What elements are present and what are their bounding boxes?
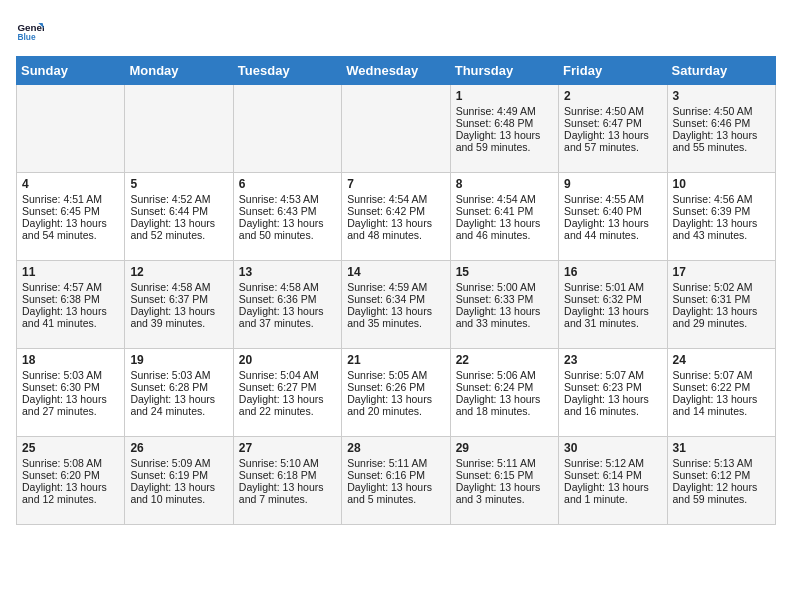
calendar-cell: 29Sunrise: 5:11 AMSunset: 6:15 PMDayligh… bbox=[450, 437, 558, 525]
day-info: and 59 minutes. bbox=[456, 141, 553, 153]
day-info: Sunrise: 5:01 AM bbox=[564, 281, 661, 293]
day-info: Daylight: 13 hours bbox=[130, 393, 227, 405]
day-number: 9 bbox=[564, 177, 661, 191]
day-info: Daylight: 13 hours bbox=[456, 393, 553, 405]
day-info: and 35 minutes. bbox=[347, 317, 444, 329]
weekday-header: Tuesday bbox=[233, 57, 341, 85]
day-info: and 39 minutes. bbox=[130, 317, 227, 329]
day-info: Daylight: 13 hours bbox=[673, 393, 770, 405]
day-info: Sunrise: 4:50 AM bbox=[673, 105, 770, 117]
weekday-header: Monday bbox=[125, 57, 233, 85]
day-info: and 57 minutes. bbox=[564, 141, 661, 153]
day-info: Sunset: 6:14 PM bbox=[564, 469, 661, 481]
calendar-cell: 22Sunrise: 5:06 AMSunset: 6:24 PMDayligh… bbox=[450, 349, 558, 437]
calendar-cell: 27Sunrise: 5:10 AMSunset: 6:18 PMDayligh… bbox=[233, 437, 341, 525]
day-info: and 54 minutes. bbox=[22, 229, 119, 241]
day-info: Sunrise: 4:59 AM bbox=[347, 281, 444, 293]
day-info: Sunset: 6:48 PM bbox=[456, 117, 553, 129]
day-info: Sunset: 6:47 PM bbox=[564, 117, 661, 129]
day-info: and 16 minutes. bbox=[564, 405, 661, 417]
day-info: Daylight: 13 hours bbox=[456, 217, 553, 229]
calendar-cell: 1Sunrise: 4:49 AMSunset: 6:48 PMDaylight… bbox=[450, 85, 558, 173]
day-info: Daylight: 13 hours bbox=[564, 481, 661, 493]
calendar-table: SundayMondayTuesdayWednesdayThursdayFrid… bbox=[16, 56, 776, 525]
day-info: Sunset: 6:45 PM bbox=[22, 205, 119, 217]
day-number: 5 bbox=[130, 177, 227, 191]
calendar-cell: 8Sunrise: 4:54 AMSunset: 6:41 PMDaylight… bbox=[450, 173, 558, 261]
calendar-cell: 4Sunrise: 4:51 AMSunset: 6:45 PMDaylight… bbox=[17, 173, 125, 261]
calendar-cell: 25Sunrise: 5:08 AMSunset: 6:20 PMDayligh… bbox=[17, 437, 125, 525]
day-info: Daylight: 13 hours bbox=[239, 217, 336, 229]
day-info: Daylight: 13 hours bbox=[347, 393, 444, 405]
day-info: Daylight: 13 hours bbox=[456, 305, 553, 317]
day-info: Sunset: 6:36 PM bbox=[239, 293, 336, 305]
day-number: 19 bbox=[130, 353, 227, 367]
calendar-cell bbox=[125, 85, 233, 173]
day-number: 25 bbox=[22, 441, 119, 455]
day-number: 21 bbox=[347, 353, 444, 367]
day-number: 17 bbox=[673, 265, 770, 279]
day-number: 23 bbox=[564, 353, 661, 367]
day-info: Sunset: 6:40 PM bbox=[564, 205, 661, 217]
day-info: Sunrise: 4:52 AM bbox=[130, 193, 227, 205]
calendar-cell bbox=[342, 85, 450, 173]
day-number: 20 bbox=[239, 353, 336, 367]
day-info: Sunset: 6:37 PM bbox=[130, 293, 227, 305]
day-info: Sunrise: 4:58 AM bbox=[239, 281, 336, 293]
day-info: Sunset: 6:18 PM bbox=[239, 469, 336, 481]
day-info: Sunrise: 5:00 AM bbox=[456, 281, 553, 293]
calendar-cell: 15Sunrise: 5:00 AMSunset: 6:33 PMDayligh… bbox=[450, 261, 558, 349]
day-info: and 18 minutes. bbox=[456, 405, 553, 417]
day-info: Sunset: 6:32 PM bbox=[564, 293, 661, 305]
day-number: 18 bbox=[22, 353, 119, 367]
day-info: Sunrise: 5:02 AM bbox=[673, 281, 770, 293]
day-info: and 50 minutes. bbox=[239, 229, 336, 241]
day-info: Daylight: 13 hours bbox=[22, 481, 119, 493]
day-info: Sunset: 6:39 PM bbox=[673, 205, 770, 217]
calendar-cell: 26Sunrise: 5:09 AMSunset: 6:19 PMDayligh… bbox=[125, 437, 233, 525]
calendar-cell: 31Sunrise: 5:13 AMSunset: 6:12 PMDayligh… bbox=[667, 437, 775, 525]
calendar-cell: 14Sunrise: 4:59 AMSunset: 6:34 PMDayligh… bbox=[342, 261, 450, 349]
day-info: Sunrise: 5:06 AM bbox=[456, 369, 553, 381]
day-info: and 10 minutes. bbox=[130, 493, 227, 505]
calendar-cell: 5Sunrise: 4:52 AMSunset: 6:44 PMDaylight… bbox=[125, 173, 233, 261]
day-info: Daylight: 13 hours bbox=[456, 129, 553, 141]
day-info: Daylight: 13 hours bbox=[564, 393, 661, 405]
calendar-cell: 24Sunrise: 5:07 AMSunset: 6:22 PMDayligh… bbox=[667, 349, 775, 437]
day-info: and 37 minutes. bbox=[239, 317, 336, 329]
day-info: Sunrise: 5:09 AM bbox=[130, 457, 227, 469]
day-info: Sunset: 6:19 PM bbox=[130, 469, 227, 481]
day-info: Sunrise: 5:07 AM bbox=[564, 369, 661, 381]
day-info: and 52 minutes. bbox=[130, 229, 227, 241]
day-info: and 48 minutes. bbox=[347, 229, 444, 241]
day-number: 27 bbox=[239, 441, 336, 455]
calendar-cell: 20Sunrise: 5:04 AMSunset: 6:27 PMDayligh… bbox=[233, 349, 341, 437]
day-info: Sunset: 6:23 PM bbox=[564, 381, 661, 393]
day-number: 13 bbox=[239, 265, 336, 279]
day-number: 30 bbox=[564, 441, 661, 455]
day-info: and 33 minutes. bbox=[456, 317, 553, 329]
day-info: Daylight: 13 hours bbox=[564, 305, 661, 317]
day-number: 7 bbox=[347, 177, 444, 191]
day-info: Sunset: 6:43 PM bbox=[239, 205, 336, 217]
day-info: Daylight: 13 hours bbox=[564, 217, 661, 229]
day-number: 3 bbox=[673, 89, 770, 103]
weekday-header: Wednesday bbox=[342, 57, 450, 85]
day-number: 10 bbox=[673, 177, 770, 191]
day-info: Sunrise: 5:11 AM bbox=[347, 457, 444, 469]
day-number: 12 bbox=[130, 265, 227, 279]
weekday-header: Thursday bbox=[450, 57, 558, 85]
weekday-header: Sunday bbox=[17, 57, 125, 85]
calendar-cell: 30Sunrise: 5:12 AMSunset: 6:14 PMDayligh… bbox=[559, 437, 667, 525]
day-number: 8 bbox=[456, 177, 553, 191]
day-info: Sunset: 6:44 PM bbox=[130, 205, 227, 217]
day-info: and 41 minutes. bbox=[22, 317, 119, 329]
day-info: Daylight: 12 hours bbox=[673, 481, 770, 493]
day-info: Daylight: 13 hours bbox=[673, 305, 770, 317]
day-info: Daylight: 13 hours bbox=[564, 129, 661, 141]
weekday-header: Saturday bbox=[667, 57, 775, 85]
day-info: Sunrise: 4:57 AM bbox=[22, 281, 119, 293]
day-info: and 12 minutes. bbox=[22, 493, 119, 505]
day-info: Sunrise: 4:49 AM bbox=[456, 105, 553, 117]
calendar-cell: 28Sunrise: 5:11 AMSunset: 6:16 PMDayligh… bbox=[342, 437, 450, 525]
